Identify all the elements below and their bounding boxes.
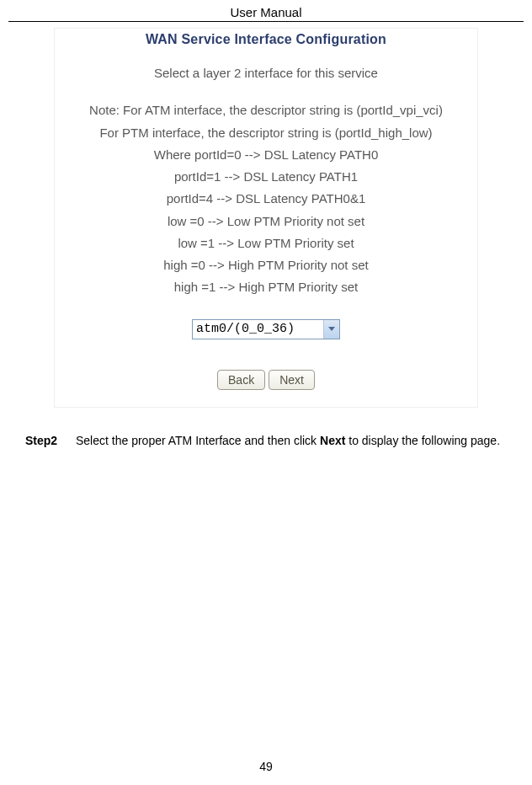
step-text-bold: Next xyxy=(320,434,345,447)
page-header: User Manual xyxy=(8,0,524,22)
interface-select-value: atm0/(0_0_36) xyxy=(196,322,295,336)
chevron-down-icon[interactable] xyxy=(323,320,339,339)
note-line: low =1 --> Low PTM Priority set xyxy=(55,232,477,254)
figure-subtitle: Select a layer 2 interface for this serv… xyxy=(55,62,477,84)
back-button[interactable]: Back xyxy=(217,370,265,390)
note-line: For PTM interface, the descriptor string… xyxy=(55,122,477,144)
note-line: low =0 --> Low PTM Priority not set xyxy=(55,211,477,232)
figure-title: WAN Service Interface Configuration xyxy=(55,29,477,62)
configuration-figure: WAN Service Interface Configuration Sele… xyxy=(54,28,478,408)
page-number: 49 xyxy=(0,760,532,773)
figure-button-row: Back Next xyxy=(55,370,477,390)
step-block: Step2 Select the proper ATM Interface an… xyxy=(25,431,507,451)
figure-note-block: Select a layer 2 interface for this serv… xyxy=(55,62,477,299)
step-text-prefix: Select the proper ATM Interface and then… xyxy=(76,434,320,447)
interface-select[interactable]: atm0/(0_0_36) xyxy=(192,319,340,339)
step-text-suffix: to display the following page. xyxy=(345,434,500,447)
note-line: portId=1 --> DSL Latency PATH1 xyxy=(55,166,477,188)
note-line: high =0 --> High PTM Priority not set xyxy=(55,254,477,276)
next-button[interactable]: Next xyxy=(269,370,315,390)
note-line: portId=4 --> DSL Latency PATH0&1 xyxy=(55,188,477,210)
note-line: Where portId=0 --> DSL Latency PATH0 xyxy=(55,144,477,166)
interface-select-wrap: atm0/(0_0_36) xyxy=(192,319,340,339)
note-line: Note: For ATM interface, the descriptor … xyxy=(55,99,477,121)
page-header-title: User Manual xyxy=(230,5,301,19)
note-line: high =1 --> High PTM Priority set xyxy=(55,276,477,298)
step-label: Step2 xyxy=(25,431,76,451)
step-text: Select the proper ATM Interface and then… xyxy=(76,431,507,451)
